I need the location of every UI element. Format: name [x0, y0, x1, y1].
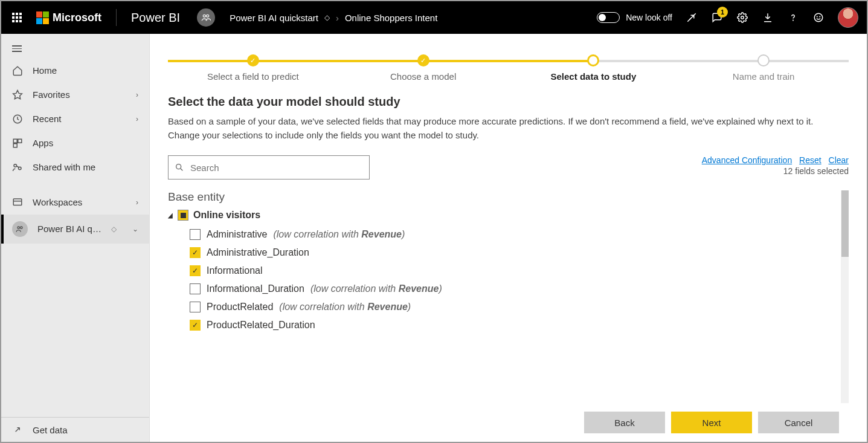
chevron-right-icon: › [336, 13, 339, 23]
svg-point-2 [741, 16, 744, 19]
clear-link[interactable]: Clear [829, 155, 849, 165]
svg-point-6 [820, 16, 820, 17]
expand-icon[interactable] [686, 11, 698, 24]
sidebar-item-star[interactable]: Favorites› [1, 83, 149, 107]
user-avatar[interactable] [838, 7, 858, 28]
svg-point-5 [817, 16, 817, 17]
wizard-footer: Back Next Cancel [168, 403, 849, 442]
step-label: Select data to study [509, 71, 679, 82]
apps-icon [12, 138, 23, 149]
reset-link[interactable]: Reset [799, 155, 821, 165]
svg-point-12 [14, 164, 17, 167]
sidebar-item-current-workspace[interactable]: Power BI AI q… ◇ ⌄ [1, 215, 149, 244]
cancel-button[interactable]: Cancel [758, 412, 839, 433]
step-label: Select a field to predict [168, 71, 338, 82]
field-row[interactable]: Administrative (low correlation with Rev… [190, 225, 831, 244]
get-data-icon [12, 424, 23, 435]
breadcrumb: Power BI AI quickstart ◇ › Online Shoppe… [230, 13, 437, 23]
next-button[interactable]: Next [671, 412, 752, 433]
sidebar: HomeFavorites›Recent›AppsShared with meW… [1, 34, 150, 442]
search-input[interactable] [190, 163, 363, 173]
step-node-1[interactable]: ✓ [247, 54, 259, 66]
advanced-config-link[interactable]: Advanced Configuration [702, 155, 792, 165]
clock-icon [12, 114, 23, 124]
search-box[interactable] [168, 155, 370, 179]
field-row[interactable]: ✓ProductRelated_Duration [190, 316, 831, 334]
settings-gear-icon[interactable] [736, 11, 748, 24]
field-row[interactable]: Informational_Duration (low correlation … [190, 280, 831, 298]
sidebar-item-label: Favorites [33, 89, 70, 100]
svg-rect-10 [18, 139, 22, 143]
workspace-circle-icon [12, 221, 28, 237]
step-label: Name and train [678, 71, 849, 82]
fields-selected-count: 12 fields selected [697, 166, 849, 176]
svg-point-15 [18, 226, 20, 228]
svg-point-4 [814, 13, 823, 22]
section-title: Select the data your model should study [168, 95, 849, 109]
field-name: Administrative [207, 229, 267, 240]
field-name: Informational_Duration [207, 283, 304, 294]
sidebar-get-data[interactable]: Get data [1, 418, 149, 442]
breadcrumb-page[interactable]: Online Shoppers Intent [345, 13, 437, 23]
svg-point-1 [207, 15, 209, 17]
svg-rect-14 [13, 199, 22, 205]
sidebar-item-share[interactable]: Shared with me [1, 155, 149, 179]
wizard-stepper: ✓ ✓ Select a field to predictChoose a mo… [150, 34, 867, 82]
breadcrumb-workspace[interactable]: Power BI AI quickstart [230, 13, 318, 23]
premium-diamond-icon: ◇ [324, 13, 330, 22]
premium-diamond-icon: ◇ [111, 225, 117, 233]
svg-point-16 [21, 226, 23, 228]
product-label[interactable]: Power BI [131, 11, 180, 25]
app-launcher-icon[interactable] [10, 10, 24, 25]
chevron-right-icon: › [136, 91, 138, 99]
divider [116, 9, 117, 26]
microsoft-logo[interactable]: Microsoft [36, 11, 101, 24]
field-row[interactable]: ✓Informational [190, 262, 831, 280]
step-node-3[interactable] [587, 54, 599, 66]
sidebar-active-label: Power BI AI q… [37, 224, 101, 234]
chevron-right-icon: › [136, 115, 138, 123]
section-description: Based on a sample of your data, we've se… [168, 115, 832, 142]
field-note: (low correlation with Revenue) [279, 302, 411, 312]
new-look-toggle[interactable]: New look off [597, 12, 672, 23]
entity-checkbox[interactable] [178, 210, 188, 221]
new-look-label: New look off [626, 13, 672, 22]
step-label: Choose a model [338, 71, 509, 82]
entity-name: Online visitors [193, 210, 260, 221]
field-checkbox[interactable] [190, 283, 201, 294]
feedback-smile-icon[interactable] [812, 11, 825, 24]
sidebar-item-apps[interactable]: Apps [1, 131, 149, 155]
field-checkbox[interactable]: ✓ [190, 247, 201, 258]
collapse-caret-icon[interactable]: ◢ [168, 212, 172, 219]
top-header: Microsoft Power BI Power BI AI quickstar… [1, 1, 867, 34]
field-row[interactable]: ✓Administrative_Duration [190, 244, 831, 262]
sidebar-item-label: Workspaces [33, 197, 82, 207]
notifications-icon[interactable]: 1 [711, 11, 723, 24]
workspace-avatar-icon[interactable] [197, 8, 215, 27]
scrollbar[interactable] [841, 190, 849, 403]
entity-root[interactable]: ◢ Online visitors [168, 210, 831, 221]
field-name: Informational [207, 265, 263, 276]
field-checkbox[interactable]: ✓ [190, 320, 201, 331]
entity-tree: Base entity ◢ Online visitors Administra… [168, 190, 849, 403]
collapse-sidebar-icon[interactable] [1, 39, 149, 59]
sidebar-item-workspaces[interactable]: Workspaces› [1, 190, 149, 215]
chevron-down-icon[interactable]: ⌄ [132, 225, 138, 233]
field-row[interactable]: ProductRelated (low correlation with Rev… [190, 298, 831, 316]
field-checkbox[interactable] [190, 302, 201, 312]
entity-heading: Base entity [168, 190, 831, 204]
download-icon[interactable] [762, 11, 774, 24]
sidebar-item-home[interactable]: Home [1, 59, 149, 83]
field-name: Administrative_Duration [207, 247, 309, 258]
svg-point-3 [793, 20, 794, 21]
back-button[interactable]: Back [584, 412, 665, 433]
field-checkbox[interactable]: ✓ [190, 265, 201, 276]
sidebar-item-clock[interactable]: Recent› [1, 107, 149, 131]
help-icon[interactable] [787, 11, 799, 24]
field-note: (low correlation with Revenue) [273, 229, 405, 240]
step-node-2[interactable]: ✓ [417, 54, 429, 66]
field-checkbox[interactable] [190, 229, 201, 240]
main-panel: ✓ ✓ Select a field to predictChoose a mo… [150, 34, 867, 442]
share-icon [12, 162, 23, 173]
svg-point-17 [176, 164, 181, 169]
